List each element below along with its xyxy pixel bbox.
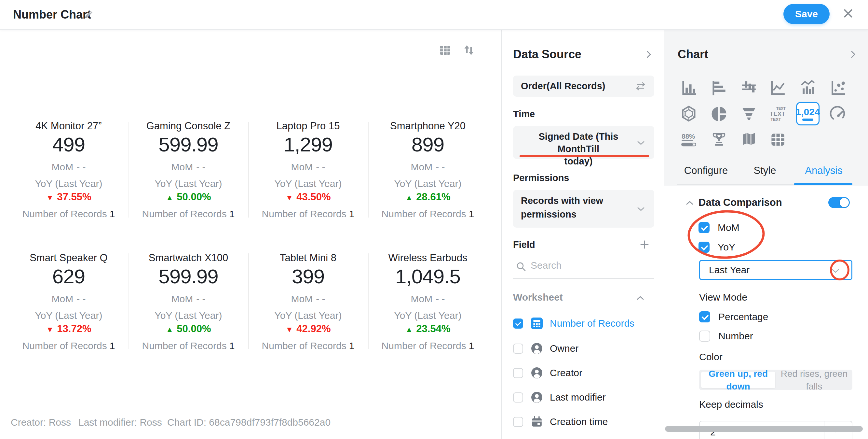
- card-title: Tablet Mini 8: [248, 251, 368, 265]
- chart-config-panel: Chart TEXT TEXT TEXT 1,024: [664, 30, 868, 439]
- pie-chart-icon[interactable]: [707, 102, 731, 125]
- field-row-creator[interactable]: Creator: [513, 361, 656, 385]
- table-chart-icon[interactable]: [766, 128, 789, 151]
- data-source-table-select[interactable]: Order(All Records): [513, 76, 654, 97]
- person-icon: [531, 391, 542, 403]
- card-mom-row: MoM- -: [368, 292, 488, 305]
- gauge-chart-icon[interactable]: [827, 102, 850, 125]
- stacked-chart-icon[interactable]: [737, 76, 761, 99]
- svg-text:TEXT: TEXT: [776, 107, 786, 110]
- radar-chart-icon[interactable]: [677, 102, 701, 125]
- search-input[interactable]: [531, 260, 641, 271]
- data-comparison-toggle[interactable]: [828, 197, 850, 208]
- card-mom-row: MoM- -: [9, 292, 128, 305]
- field-row-last-modifier[interactable]: Last modifier: [513, 385, 656, 409]
- color-option-green-up[interactable]: Green up, red down: [701, 372, 775, 388]
- swap-table-icon[interactable]: [636, 81, 646, 91]
- progress-chart-icon[interactable]: 88%: [677, 128, 701, 151]
- field-row-owner[interactable]: Owner: [513, 336, 656, 360]
- svg-text:TEXT: TEXT: [770, 117, 781, 122]
- collapse-worksheet-icon[interactable]: [636, 293, 645, 303]
- field-row-number-of-records[interactable]: Number of Records: [513, 311, 656, 335]
- tab-configure[interactable]: Configure: [677, 164, 735, 178]
- svg-text:88%: 88%: [682, 133, 695, 140]
- card-mom-row: MoM- -: [128, 292, 248, 305]
- card-separator: [128, 122, 129, 217]
- color-option-red-up[interactable]: Red rises, green falls: [776, 370, 852, 390]
- card-value: 499: [9, 134, 128, 155]
- save-button[interactable]: Save: [783, 4, 830, 24]
- data-comparison-title: Data Comparison: [699, 196, 782, 210]
- horizontal-scrollbar[interactable]: [665, 426, 863, 432]
- ranking-chart-icon[interactable]: [707, 128, 731, 151]
- percentage-checkbox[interactable]: [699, 311, 710, 322]
- view-data-table-icon[interactable]: [438, 43, 452, 57]
- creator-label: Creator: Ross: [11, 417, 71, 428]
- card-yoy-change: 43.50%: [248, 191, 368, 204]
- card-mom-row: MoM- -: [248, 160, 368, 174]
- card-records-row: Number of Records1: [248, 339, 368, 352]
- card-records-row: Number of Records1: [128, 339, 248, 352]
- sort-icon[interactable]: [462, 43, 476, 57]
- field-section-label: Field: [513, 239, 535, 251]
- card-yoy-label: YoY (Last Year): [368, 177, 488, 190]
- word-cloud-chart-icon[interactable]: TEXT TEXT TEXT: [766, 102, 789, 125]
- collapse-section-icon[interactable]: [685, 198, 694, 207]
- line-chart-icon[interactable]: [766, 76, 789, 99]
- data-source-panel: Data Source Order(All Records) Time Sign…: [501, 30, 664, 439]
- combo-chart-icon[interactable]: [796, 76, 819, 99]
- tab-analysis[interactable]: Analysis: [795, 164, 853, 178]
- card-yoy-change: 50.00%: [128, 322, 248, 336]
- tab-divider: [677, 184, 794, 185]
- search-icon: [516, 261, 527, 272]
- card-title: Laptop Pro 15: [248, 119, 368, 133]
- card-separator: [368, 122, 369, 217]
- card-separator: [248, 253, 249, 349]
- close-icon[interactable]: [841, 6, 855, 20]
- comparison-period-select[interactable]: Last Year: [699, 260, 852, 280]
- card-mom-row: MoM- -: [368, 160, 488, 174]
- calendar-icon: [531, 416, 542, 428]
- number-chart-icon[interactable]: 1,024: [796, 102, 819, 125]
- card-yoy-label: YoY (Last Year): [248, 309, 368, 322]
- checkbox[interactable]: [513, 344, 523, 354]
- collapse-panel-icon[interactable]: [644, 50, 653, 59]
- field-search[interactable]: [513, 256, 654, 279]
- tab-style[interactable]: Style: [736, 164, 794, 178]
- field-row-creation-time[interactable]: Creation time: [513, 410, 656, 434]
- card-title: 4K Monitor 27”: [9, 119, 128, 133]
- person-icon: [531, 343, 542, 354]
- checkbox[interactable]: [513, 392, 523, 403]
- scatter-chart-icon[interactable]: [827, 76, 850, 99]
- card-mom-row: MoM- -: [128, 160, 248, 174]
- column-chart-icon[interactable]: [677, 76, 701, 99]
- yoy-checkbox[interactable]: [699, 242, 710, 253]
- edit-title-icon[interactable]: [83, 9, 95, 21]
- trend-arrow-icon: [405, 325, 413, 334]
- card-mom-row: MoM- -: [9, 160, 128, 174]
- card-yoy-label: YoY (Last Year): [9, 309, 128, 322]
- card-yoy-change: 28.61%: [368, 191, 488, 204]
- card-records-row: Number of Records1: [128, 207, 248, 221]
- card-title: Gaming Console Z: [128, 119, 248, 133]
- checkbox[interactable]: [513, 368, 523, 378]
- funnel-chart-icon[interactable]: [737, 102, 761, 125]
- chart-panel-header: Chart: [678, 47, 708, 62]
- number-checkbox[interactable]: [699, 330, 710, 342]
- card-separator: [128, 253, 129, 349]
- time-field-select[interactable]: Signed Date (This MonthTill today): [513, 126, 654, 159]
- card-value: 1,049.5: [368, 266, 488, 287]
- metric-card: Smartphone Y20 899 MoM- - YoY (Last Year…: [368, 117, 488, 221]
- bar-chart-icon[interactable]: [707, 76, 731, 99]
- map-chart-icon[interactable]: [737, 128, 761, 151]
- collapse-panel-icon[interactable]: [848, 50, 858, 59]
- mom-checkbox[interactable]: [699, 222, 710, 233]
- svg-text:TEXT: TEXT: [770, 110, 785, 117]
- chart-preview-canvas: 4K Monitor 27” 499 MoM- - YoY (Last Year…: [0, 30, 501, 439]
- metric-card: Smart Speaker Q 629 MoM- - YoY (Last Yea…: [9, 249, 128, 352]
- card-title: Wireless Earbuds: [368, 251, 488, 265]
- checkbox[interactable]: [513, 319, 523, 329]
- checkbox[interactable]: [513, 417, 523, 427]
- add-field-icon[interactable]: [640, 240, 649, 250]
- permissions-select[interactable]: Records with view permissions: [513, 190, 654, 228]
